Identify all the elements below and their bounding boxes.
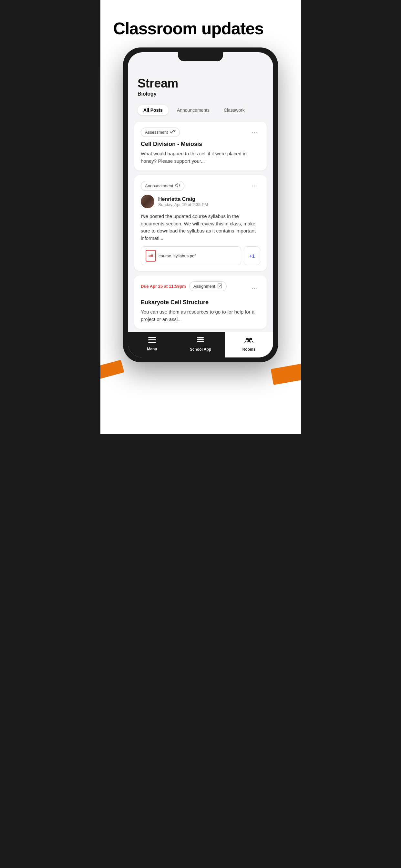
assignment-title: Eukaryote Cell Structure bbox=[141, 299, 260, 306]
announcement-badge: Announcement bbox=[141, 181, 184, 191]
author-info: Henrietta Craig Sunday, Apr 19 at 2:35 P… bbox=[158, 196, 208, 207]
announcement-icon bbox=[175, 183, 180, 189]
assignment-more-button[interactable]: ··· bbox=[250, 284, 260, 292]
card-assignment: Due Apr 25 at 11:59pm Assignment bbox=[134, 275, 267, 329]
nav-rooms[interactable]: Rooms bbox=[225, 332, 273, 358]
card-assessment: Assessment ··· bbox=[134, 122, 267, 170]
author-date: Sunday, Apr 19 at 2:35 PM bbox=[158, 202, 208, 207]
attachment-name: course_syllabus.pdf bbox=[158, 253, 196, 258]
avatar-image bbox=[141, 195, 154, 208]
assignment-badge: Assignment bbox=[189, 281, 227, 291]
due-row: Due Apr 25 at 11:59pm Assignment bbox=[141, 281, 227, 291]
bottom-nav: Menu School App bbox=[128, 332, 273, 358]
svg-rect-4 bbox=[148, 342, 156, 343]
layers-icon bbox=[196, 337, 205, 345]
nav-school-app[interactable]: School App bbox=[176, 332, 225, 358]
svg-point-10 bbox=[248, 338, 250, 341]
nav-menu-label: Menu bbox=[147, 347, 157, 351]
assignment-body: You can use them as resources to go to f… bbox=[141, 308, 260, 323]
assessment-title: Cell Division - Meiosis bbox=[141, 141, 260, 148]
svg-rect-6 bbox=[197, 339, 204, 340]
stream-header: Stream Biology bbox=[128, 70, 273, 102]
attachment-row: pdf course_syllabus.pdf +1 bbox=[141, 246, 260, 265]
svg-line-0 bbox=[174, 130, 175, 131]
attachment-plus-button[interactable]: +1 bbox=[244, 246, 260, 265]
announcement-more-button[interactable]: ··· bbox=[250, 182, 260, 190]
assignment-top-row: Due Apr 25 at 11:59pm Assignment bbox=[141, 281, 260, 295]
nav-rooms-label: Rooms bbox=[243, 347, 256, 352]
avatar bbox=[141, 195, 154, 208]
card-announcement: Announcement ··· bbox=[134, 175, 267, 271]
tab-classwork[interactable]: Classwork bbox=[218, 105, 251, 115]
tab-announcements[interactable]: Announcements bbox=[171, 105, 215, 115]
pdf-icon: pdf bbox=[146, 250, 156, 261]
phone-notch bbox=[178, 52, 223, 61]
page-title: Classroom updates bbox=[113, 20, 288, 38]
header-section: Classroom updates bbox=[100, 0, 301, 48]
announcement-top-row: Announcement ··· bbox=[141, 181, 260, 191]
stream-subtitle: Biology bbox=[137, 91, 264, 97]
assessment-badge-label: Assessment bbox=[145, 130, 168, 135]
phone-mockup: Stream Biology All Posts Announcements C… bbox=[123, 48, 278, 362]
svg-rect-7 bbox=[197, 337, 204, 338]
assessment-badge: Assessment bbox=[141, 128, 180, 137]
assessment-icon bbox=[170, 129, 176, 135]
svg-rect-5 bbox=[197, 341, 204, 342]
nav-menu[interactable]: Menu bbox=[128, 332, 176, 358]
assignment-badge-label: Assignment bbox=[193, 284, 215, 289]
svg-rect-3 bbox=[148, 339, 156, 340]
svg-rect-2 bbox=[148, 337, 156, 338]
author-name: Henrietta Craig bbox=[158, 196, 208, 202]
assessment-body: What would happen to this cell if it wer… bbox=[141, 150, 260, 165]
phone-area: Stream Biology All Posts Announcements C… bbox=[100, 48, 301, 434]
attachment-item[interactable]: pdf course_syllabus.pdf bbox=[141, 246, 241, 265]
phone-screen: Stream Biology All Posts Announcements C… bbox=[128, 52, 273, 358]
screen-content: Stream Biology All Posts Announcements C… bbox=[128, 52, 273, 358]
due-label: Due Apr 25 at 11:59pm bbox=[141, 284, 186, 289]
announcement-body: I've posted the updated course syllabus … bbox=[141, 213, 260, 242]
card-top-row: Assessment ··· bbox=[141, 128, 260, 137]
page-wrapper: Classroom updates Stream Biology All Pos… bbox=[100, 0, 301, 434]
stream-title: Stream bbox=[137, 76, 264, 90]
announcement-badge-label: Announcement bbox=[145, 183, 173, 188]
tab-all-posts[interactable]: All Posts bbox=[137, 105, 168, 115]
tabs-row: All Posts Announcements Classwork bbox=[128, 102, 273, 120]
rooms-icon bbox=[244, 337, 253, 345]
author-row: Henrietta Craig Sunday, Apr 19 at 2:35 P… bbox=[141, 195, 260, 208]
menu-icon bbox=[148, 337, 156, 345]
assignment-icon bbox=[217, 283, 222, 289]
cards-area: Assessment ··· bbox=[128, 120, 273, 332]
nav-school-app-label: School App bbox=[190, 347, 211, 352]
assessment-more-button[interactable]: ··· bbox=[250, 128, 260, 136]
